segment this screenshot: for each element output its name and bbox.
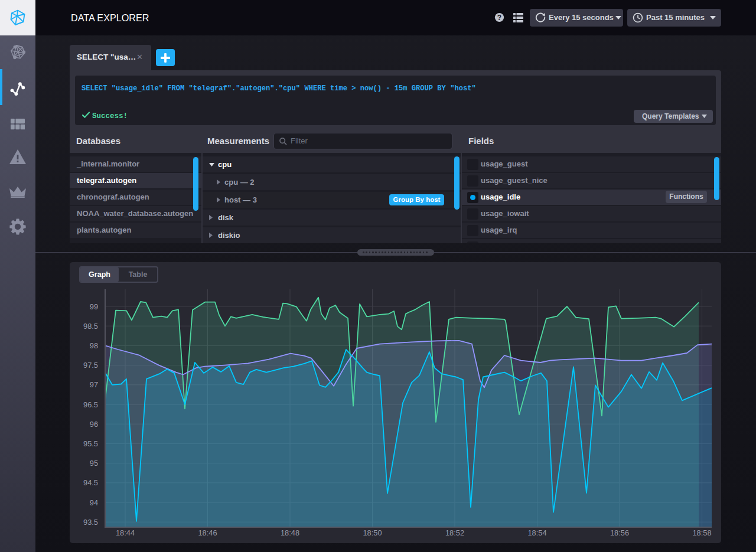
svg-text:95.5: 95.5 — [83, 439, 98, 448]
svg-text:98: 98 — [90, 341, 98, 350]
svg-text:98.5: 98.5 — [83, 322, 98, 331]
svg-text:97: 97 — [90, 380, 98, 389]
svg-text:18:44: 18:44 — [116, 528, 135, 537]
svg-text:93.5: 93.5 — [83, 518, 98, 527]
svg-text:18:50: 18:50 — [363, 528, 382, 537]
svg-text:95: 95 — [90, 459, 98, 468]
svg-text:18:54: 18:54 — [527, 528, 546, 537]
svg-text:99: 99 — [90, 302, 98, 311]
svg-text:18:56: 18:56 — [610, 528, 629, 537]
svg-text:94: 94 — [90, 498, 98, 507]
svg-text:?: ? — [497, 14, 501, 22]
svg-text:18:48: 18:48 — [281, 528, 299, 537]
svg-text:96: 96 — [90, 420, 98, 429]
svg-text:18:52: 18:52 — [445, 528, 464, 537]
svg-text:18:46: 18:46 — [198, 528, 217, 537]
svg-text:97.5: 97.5 — [83, 361, 98, 370]
svg-text:94.5: 94.5 — [83, 478, 98, 487]
svg-text:96.5: 96.5 — [83, 400, 98, 409]
svg-text:18:58: 18:58 — [692, 528, 711, 537]
